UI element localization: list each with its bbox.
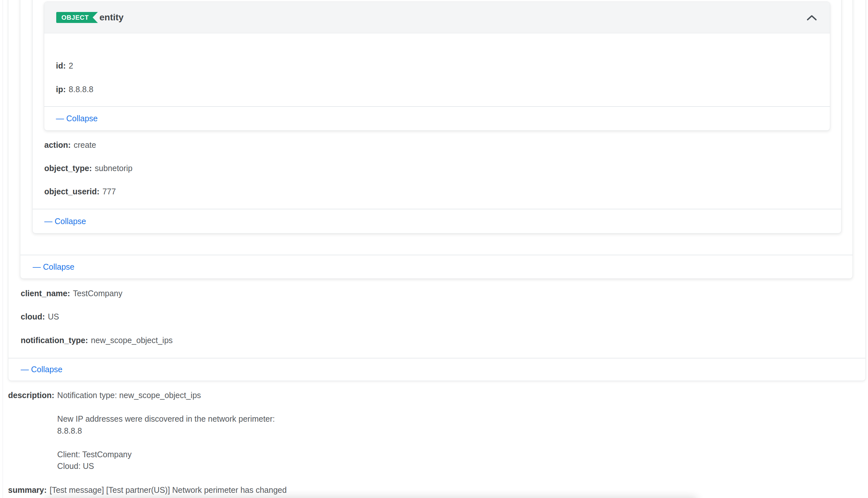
- summary-row: summary: [Test message] [Test partner(US…: [8, 484, 287, 496]
- field-label: object_type:: [44, 163, 92, 173]
- object-card: OBJECT entity id:2 ip:8.8.8.8: [32, 0, 841, 234]
- collapse-link[interactable]: — Collapse: [44, 215, 86, 227]
- field-value: TestCompany: [73, 289, 122, 298]
- field-value: 2: [69, 61, 73, 70]
- details-panel: OBJECT entity id:2 ip:8.8.8.8: [3, 0, 868, 498]
- collapse-link[interactable]: — Collapse: [56, 113, 98, 124]
- field-label: id:: [56, 61, 66, 70]
- field-row: object_type:subnetorip: [44, 162, 133, 174]
- wrapper-card: OBJECT entity id:2 ip:8.8.8.8: [20, 0, 853, 279]
- description-value: Notification type: new_scope_object_ips …: [57, 389, 275, 472]
- field-row: notification_type:new_scope_object_ips: [21, 335, 173, 346]
- field-row: object_userid:777: [44, 186, 116, 198]
- field-value: US: [48, 312, 59, 321]
- entity-card-header: OBJECT entity: [44, 2, 830, 33]
- collapse-link[interactable]: — Collapse: [21, 364, 63, 376]
- object-card-footer: — Collapse: [33, 209, 841, 233]
- notification-card: OBJECT entity id:2 ip:8.8.8.8: [8, 0, 866, 381]
- entity-object-card: OBJECT entity id:2 ip:8.8.8.8: [44, 2, 830, 131]
- field-label: client_name:: [21, 289, 70, 298]
- summary-label: summary:: [8, 484, 47, 496]
- description-row: description: Notification type: new_scop…: [8, 389, 275, 472]
- chevron-up-icon: [806, 15, 817, 21]
- field-row: id:2: [56, 60, 73, 72]
- notification-card-footer: — Collapse: [9, 358, 865, 381]
- field-label: ip:: [56, 85, 66, 94]
- field-label: action:: [44, 140, 71, 149]
- wrapper-card-footer: — Collapse: [21, 255, 853, 278]
- field-value: create: [74, 140, 96, 149]
- entity-title: entity: [99, 12, 124, 23]
- entity-card-footer: — Collapse: [44, 106, 830, 130]
- field-value: new_scope_object_ips: [91, 336, 173, 345]
- collapse-link[interactable]: — Collapse: [33, 261, 74, 273]
- field-row: action:create: [44, 139, 96, 151]
- field-row: cloud:US: [21, 311, 59, 323]
- field-label: notification_type:: [21, 336, 88, 345]
- field-value: 8.8.8.8: [69, 85, 93, 94]
- field-value: 777: [103, 187, 116, 196]
- summary-value: [Test message] [Test partner(US)] Networ…: [50, 484, 287, 496]
- field-value: subnetorip: [95, 163, 133, 173]
- field-row: client_name:TestCompany: [21, 288, 122, 299]
- collapse-chevron-button[interactable]: [805, 11, 819, 25]
- description-label: description:: [8, 389, 54, 401]
- field-label: object_userid:: [44, 187, 99, 196]
- field-label: cloud:: [21, 312, 45, 321]
- object-type-badge: OBJECT: [56, 12, 98, 23]
- field-row: ip:8.8.8.8: [56, 83, 93, 95]
